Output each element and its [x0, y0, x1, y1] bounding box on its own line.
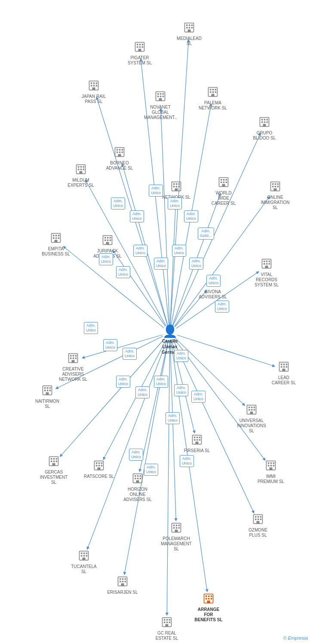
- company-node-gcreal[interactable]: GC REAL ESTATE SL: [150, 616, 184, 641]
- svg-rect-195: [53, 461, 55, 462]
- svg-rect-133: [106, 242, 109, 245]
- svg-rect-266: [164, 622, 166, 623]
- company-node-wwcareer[interactable]: WORLD WIDE CAREER SL: [206, 176, 241, 206]
- svg-rect-156: [75, 358, 77, 359]
- adm-badge-adm3[interactable]: Adm. Unico: [149, 185, 163, 197]
- adm-badge-adm19[interactable]: Adm. Unico: [116, 376, 130, 388]
- building-icon: [101, 234, 114, 249]
- svg-rect-248: [122, 578, 124, 580]
- adm-badge-adm11[interactable]: Adm. Unico: [172, 245, 186, 257]
- company-node-erisarjen[interactable]: ERISARJEN SL: [105, 575, 140, 595]
- svg-rect-253: [121, 583, 124, 586]
- svg-rect-259: [208, 598, 210, 600]
- company-label: HORIZON ONLINE ADVISERS SL: [123, 487, 152, 502]
- adm-badge-adm13[interactable]: Adm. Unico: [206, 275, 221, 287]
- company-node-gercas[interactable]: GERCAS INVESTMENT SL: [37, 455, 71, 485]
- building-icon: [203, 592, 215, 607]
- svg-rect-219: [270, 465, 272, 467]
- svg-rect-236: [260, 519, 262, 520]
- company-node-novanet[interactable]: NOVANET GLOBAL MANAGEMENT..: [143, 90, 178, 120]
- company-node-japan[interactable]: JAPAN RAIL PASS SL: [77, 79, 111, 104]
- adm-badge-adm22[interactable]: Adm. Unico: [174, 384, 188, 396]
- svg-rect-175: [249, 407, 250, 408]
- svg-rect-91: [80, 169, 82, 170]
- adm-badge-adm16[interactable]: Adm. Unico: [103, 339, 117, 351]
- adm-badge-adm27[interactable]: Adm. Unico: [144, 464, 158, 476]
- adm-badge-adm9[interactable]: Adm. Unico: [133, 245, 147, 257]
- svg-rect-213: [136, 480, 139, 483]
- adm-badge-adm24[interactable]: Adm. Unico: [166, 412, 180, 424]
- adm-badge-adm12[interactable]: Adm. Unico: [189, 258, 203, 270]
- adm-badge-adm10[interactable]: Adm. Unico: [154, 258, 168, 270]
- svg-rect-210: [135, 478, 136, 480]
- adm-badge-adm5[interactable]: Adm. Unico: [184, 210, 198, 222]
- building-icon: [134, 41, 146, 55]
- adm-badge-adm8[interactable]: Adm. Unico: [116, 266, 130, 278]
- svg-rect-155: [73, 358, 74, 359]
- company-node-mildum[interactable]: MILDUM EXPERTS SL: [64, 163, 98, 188]
- building-icon: [161, 616, 173, 631]
- company-node-universal[interactable]: UNIVERSAL INNOVATIONS SL: [234, 404, 269, 434]
- adm-badge-adm18[interactable]: Adm. Unico: [174, 350, 188, 362]
- svg-rect-140: [269, 263, 270, 265]
- adm-badge-adm2[interactable]: Adm. Unico: [130, 210, 144, 222]
- company-node-online_imm[interactable]: ONLINE IMMIGRATION SL: [258, 180, 292, 210]
- company-node-borneo[interactable]: BORNEO ADVANCE SL: [102, 146, 137, 171]
- svg-rect-58: [157, 96, 159, 97]
- adm-badge-adm15[interactable]: Adm. Unico: [84, 322, 98, 334]
- company-node-horizon[interactable]: HORIZON ONLINE ADVISERS SL: [120, 472, 155, 502]
- company-node-immi_premium[interactable]: IMMI PREMIUM SL: [254, 459, 288, 484]
- company-node-firseria[interactable]: FIRSERIA SL: [180, 434, 214, 453]
- svg-rect-196: [56, 461, 58, 462]
- company-node-ratscore[interactable]: RATSCORE SL: [82, 459, 116, 479]
- adm-badge-adm21[interactable]: Adm. Unico: [154, 376, 168, 388]
- svg-rect-81: [122, 149, 123, 151]
- company-node-pigater[interactable]: PIGATER SYSTEM SL: [123, 41, 157, 66]
- svg-rect-258: [206, 598, 207, 600]
- company-node-vital[interactable]: VITAL RECORDS SYSTEM SL: [249, 258, 284, 288]
- company-node-tucantela[interactable]: TUCANTELA SL: [67, 550, 101, 574]
- svg-rect-44: [142, 46, 144, 48]
- adm-badge-adm20[interactable]: Adm. Unico: [135, 386, 150, 398]
- company-node-creative[interactable]: CREATIVE ADVISERS NETWORK SL: [56, 352, 90, 382]
- svg-rect-51: [93, 85, 95, 87]
- svg-rect-228: [178, 527, 180, 529]
- company-node-naitirmon[interactable]: NAITIRMON SL: [30, 384, 64, 409]
- svg-rect-172: [286, 366, 288, 368]
- adm-badge-adm14[interactable]: Adm. Unico: [215, 301, 229, 313]
- company-node-empita[interactable]: EMPITA BUSINESS SL: [39, 232, 73, 257]
- svg-rect-107: [223, 182, 225, 183]
- svg-rect-73: [267, 119, 268, 121]
- svg-rect-63: [210, 89, 212, 91]
- adm-badge-adm4[interactable]: Adm. Unico: [168, 197, 182, 210]
- company-node-polemarch[interactable]: POLEMARCH MANAGEMENT SL: [159, 522, 193, 552]
- adm-badge-adm6[interactable]: Adm. Solid...: [198, 228, 214, 240]
- svg-rect-207: [135, 475, 136, 477]
- svg-rect-34: [186, 27, 188, 29]
- svg-rect-137: [269, 261, 270, 262]
- svg-rect-183: [194, 437, 196, 438]
- adm-badge-adm26[interactable]: Adm. Unico: [129, 449, 143, 461]
- adm-badge-adm17[interactable]: Adm. Unico: [123, 348, 137, 360]
- company-node-grupo[interactable]: GRUPO BLIDOO SL: [247, 116, 282, 141]
- adm-badge-adm1[interactable]: Adm. Unico: [111, 197, 125, 210]
- svg-rect-173: [282, 369, 285, 371]
- company-node-lead[interactable]: LEAD CAREER SL: [267, 361, 301, 386]
- svg-rect-47: [91, 82, 92, 84]
- building-icon: [170, 522, 182, 536]
- building-icon: [75, 163, 87, 178]
- company-node-palema[interactable]: PALEMA NETWORK SL: [196, 86, 230, 111]
- company-node-ozmone[interactable]: OZMONE PLUS SL: [241, 513, 275, 538]
- svg-rect-125: [55, 240, 58, 243]
- building-icon: [117, 575, 129, 590]
- svg-rect-264: [166, 619, 168, 621]
- svg-rect-98: [173, 186, 175, 188]
- adm-badge-adm25[interactable]: Adm. Unico: [180, 455, 194, 467]
- svg-rect-216: [270, 462, 272, 464]
- svg-rect-75: [264, 122, 266, 123]
- company-node-medialead[interactable]: MEDIALEAD SL: [172, 21, 206, 46]
- svg-rect-99: [176, 186, 178, 188]
- adm-badge-adm7[interactable]: Adm. Unico: [99, 253, 113, 265]
- adm-badge-adm23[interactable]: Adm. Unico: [191, 391, 206, 403]
- company-node-arrange[interactable]: ARRANGE FOR BENEFITS SL: [191, 592, 226, 623]
